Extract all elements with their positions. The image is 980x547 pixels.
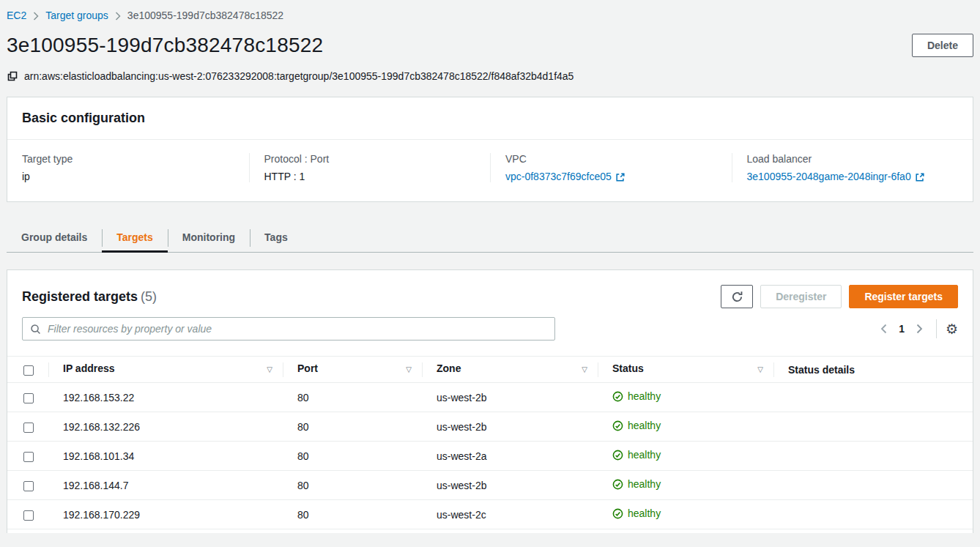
cell-status-details [773,442,973,471]
cell-status: healthy [598,383,773,412]
tab-group-details[interactable]: Group details [7,224,102,252]
pagination-divider [936,319,937,338]
basic-configuration-title: Basic configuration [22,111,145,125]
copy-icon[interactable] [7,70,18,82]
column-header-ip-address[interactable]: IP address▽ [48,357,283,383]
status-text: healthy [628,449,661,461]
tab-tags[interactable]: Tags [250,224,302,252]
column-label: Status details [788,364,855,376]
cell-ip-address: 192.168.101.34 [48,442,283,471]
cell-ip-address: 192.168.132.226 [48,412,283,442]
cell-zone: us-west-2b [422,383,598,412]
cell-status: healthy [598,412,773,442]
column-label: IP address [63,362,115,374]
chevron-left-icon [880,324,887,334]
row-checkbox[interactable] [23,481,34,491]
cell-status-details [773,383,973,412]
pagination: 1 ⚙ [875,319,958,338]
breadcrumb-link-target-groups[interactable]: Target groups [45,10,108,21]
field-protocol-port: Protocol : PortHTTP : 1 [249,153,491,182]
external-link-icon [915,172,925,182]
external-link-icon [615,172,626,182]
row-select-cell [7,500,48,529]
field-value: ip [22,171,234,182]
table-row: 192.168.144.780us-west-2bhealthy [7,471,973,500]
sort-icon[interactable]: ▽ [406,362,412,377]
cell-ip-address: 192.168.144.7 [48,471,283,500]
field-target-type: Target typeip [7,153,249,182]
cell-ip-address: 192.168.153.22 [48,383,283,412]
table-header-row: IP address▽Port▽Zone▽Status▽Status detai… [7,357,973,383]
registered-targets-header: Registered targets (5) Deregister Regist… [7,270,973,308]
cell-zone: us-west-2c [422,500,598,529]
status-text: healthy [628,478,661,490]
column-header-zone[interactable]: Zone▽ [422,357,598,383]
healthy-icon [612,420,623,431]
field-load-balancer: Load balancer3e100955-2048game-2048ingr-… [732,153,973,182]
cell-zone: us-west-2b [422,471,598,500]
row-select-cell [7,471,48,500]
healthy-icon [612,450,623,461]
healthy-icon [612,508,623,519]
row-checkbox[interactable] [23,510,34,521]
breadcrumb-current: 3e100955-199d7cb382478c18522 [127,10,283,21]
tab-bar: Group detailsTargetsMonitoringTags [7,224,973,253]
row-select-cell [7,442,48,471]
deregister-button[interactable]: Deregister [760,285,842,308]
field-label: Load balancer [747,153,959,165]
basic-configuration-panel: Basic configuration Target typeipProtoco… [7,97,973,202]
sort-icon[interactable]: ▽ [267,362,272,377]
field-value-link[interactable]: vpc-0f8373c7f69cfce05 [505,171,626,182]
chevron-right-icon [916,324,923,334]
tab-monitoring[interactable]: Monitoring [168,224,250,252]
breadcrumb-separator-icon [115,12,121,21]
tab-targets[interactable]: Targets [102,224,168,252]
next-page-button[interactable] [910,321,929,337]
field-label: VPC [505,153,717,165]
filter-wrap [22,317,555,341]
cell-status: healthy [598,500,773,529]
table-body: 192.168.153.2280us-west-2bhealthy192.168… [7,383,973,529]
cell-port: 80 [283,500,422,529]
table-row: 192.168.132.22680us-west-2bhealthy [7,412,973,442]
row-checkbox[interactable] [23,423,34,433]
row-checkbox[interactable] [23,393,34,403]
row-checkbox[interactable] [23,452,34,462]
column-label: Port [297,362,318,374]
healthy-icon [612,391,623,402]
table-row: 192.168.153.2280us-west-2bhealthy [7,383,973,412]
page-number[interactable]: 1 [893,323,910,335]
cell-status: healthy [598,471,773,500]
filter-row: 1 ⚙ [7,308,973,341]
column-header-port[interactable]: Port▽ [283,357,422,383]
previous-page-button[interactable] [875,321,893,337]
actions: Deregister Register targets [721,285,958,308]
breadcrumb-link-ec2[interactable]: EC2 [7,10,26,21]
cell-port: 80 [283,471,422,500]
cell-ip-address: 192.168.170.229 [48,500,283,529]
sort-icon[interactable]: ▽ [582,362,587,377]
select-all-checkbox[interactable] [23,365,34,376]
cell-port: 80 [283,412,422,442]
sort-icon[interactable]: ▽ [757,362,763,377]
title-row: 3e100955-199d7cb382478c18522 Delete [7,34,973,57]
register-targets-button[interactable]: Register targets [849,285,958,308]
table-row: 192.168.101.3480us-west-2ahealthy [7,442,973,471]
filter-input[interactable] [22,317,555,341]
cell-zone: us-west-2b [422,412,598,442]
field-value-link[interactable]: 3e100955-2048game-2048ingr-6fa0 [747,171,925,182]
field-value: HTTP : 1 [264,171,476,182]
registered-targets-count: (5) [141,289,157,304]
healthy-icon [612,479,623,490]
delete-button[interactable]: Delete [912,34,973,57]
gear-icon[interactable]: ⚙ [946,322,958,336]
select-all-cell [7,357,48,383]
cell-status-details [773,500,973,529]
field-label: Protocol : Port [264,153,476,165]
refresh-button[interactable] [721,285,753,308]
cell-port: 80 [283,383,422,412]
column-header-status[interactable]: Status▽ [598,357,773,383]
table-row: 192.168.170.22980us-west-2chealthy [7,500,973,529]
cell-port: 80 [283,442,422,471]
status-text: healthy [628,390,661,402]
